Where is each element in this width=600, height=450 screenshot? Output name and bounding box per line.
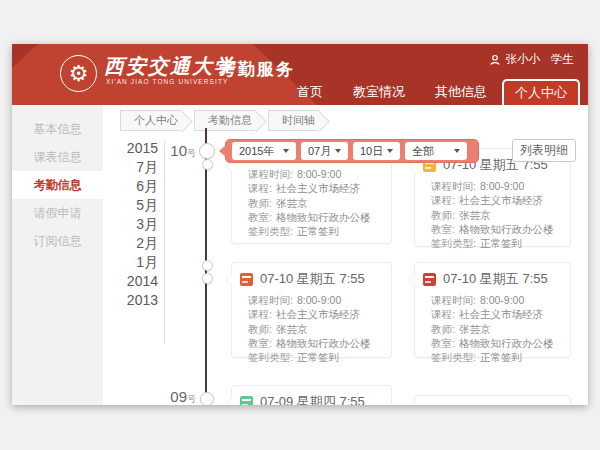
card-field: 课程时间:8:00-9:00 bbox=[431, 179, 562, 193]
field-label: 教师: bbox=[431, 323, 455, 335]
timeline-scale-item[interactable]: 6月 bbox=[116, 177, 158, 196]
attendance-card[interactable]: 07-10 星期五 7:55课程时间:8:00-9:00课程:社会主义市场经济教… bbox=[231, 262, 392, 358]
app-title: 考勤服务 bbox=[219, 58, 295, 81]
type-select[interactable]: 全部 bbox=[405, 142, 467, 160]
attendance-status-icon bbox=[240, 396, 253, 406]
chevron-down-icon bbox=[283, 149, 289, 153]
breadcrumb-item-attendance-info[interactable]: 考勤信息 bbox=[194, 110, 256, 131]
card-fields: 课程时间:8:00-9:00课程:社会主义市场经济教师:张芸京教室:格物致知行政… bbox=[232, 288, 391, 364]
app-window: 西安交通大学 XI'AN JIAO TONG UNIVERSITY 考勤服务 张… bbox=[12, 44, 588, 405]
breadcrumb-item-label: 考勤信息 bbox=[208, 114, 252, 126]
nav-tab-other-info[interactable]: 其他信息 bbox=[424, 79, 498, 105]
month-select[interactable]: 07月 bbox=[301, 142, 348, 160]
day-suffix: 号 bbox=[187, 394, 196, 404]
person-icon bbox=[489, 54, 501, 66]
month-select-value: 07月 bbox=[308, 144, 331, 159]
card-title: 07-10 星期五 7:55 bbox=[415, 263, 570, 288]
card-field: 教师:张芸京 bbox=[248, 196, 383, 210]
card-field: 教师:张芸京 bbox=[248, 322, 383, 336]
attendance-card-partial[interactable]: 07-09 星期四 7:55 bbox=[231, 385, 392, 405]
field-value: 正常签到 bbox=[297, 225, 339, 237]
field-label: 课程: bbox=[248, 308, 272, 320]
nav-tab-personal-center[interactable]: 个人中心 bbox=[502, 79, 580, 105]
timeline-scale-item[interactable]: 7月 bbox=[116, 158, 158, 177]
card-field: 课程时间:8:00-9:00 bbox=[248, 293, 383, 307]
sidebar: 基本信息课表信息考勤信息请假申请订阅信息 bbox=[12, 105, 103, 405]
nav-tab-home[interactable]: 首页 bbox=[286, 79, 334, 105]
field-value: 社会主义市场经济 bbox=[276, 308, 360, 320]
field-value: 8:00-9:00 bbox=[480, 180, 524, 192]
card-title: 07-10 星期五 7:55 bbox=[232, 263, 391, 288]
field-label: 教师: bbox=[431, 209, 455, 221]
card-title-text: 07-09 星期四 7:55 bbox=[260, 393, 365, 405]
app-header: 西安交通大学 XI'AN JIAO TONG UNIVERSITY 考勤服务 张… bbox=[12, 44, 588, 105]
timeline-node bbox=[199, 143, 215, 159]
card-field: 课程:社会主义市场经济 bbox=[248, 181, 383, 195]
timeline-scale-item[interactable]: 5月 bbox=[116, 196, 158, 215]
field-label: 课程: bbox=[248, 182, 272, 194]
field-value: 正常签到 bbox=[480, 237, 522, 249]
field-label: 教室: bbox=[248, 211, 272, 223]
breadcrumb-item-personal-center[interactable]: 个人中心 bbox=[120, 110, 182, 131]
timeline-node bbox=[202, 260, 213, 271]
day-select-value: 10日 bbox=[360, 144, 383, 159]
card-field: 签到类型:正常签到 bbox=[431, 236, 562, 250]
breadcrumb-item-label: 时间轴 bbox=[282, 114, 315, 126]
card-field: 签到类型:正常签到 bbox=[248, 224, 383, 238]
list-detail-button[interactable]: 列表明细 bbox=[512, 139, 576, 162]
attendance-card[interactable]: 07-10 星期五 7:55课程时间:8:00-9:00课程:社会主义市场经济教… bbox=[414, 262, 571, 358]
university-logo gear-emblem-icon bbox=[60, 55, 97, 92]
user-role: 学生 bbox=[551, 52, 574, 67]
sidebar-item-subscription-info[interactable]: 订阅信息 bbox=[12, 227, 103, 255]
card-field: 课程:社会主义市场经济 bbox=[431, 193, 562, 207]
sidebar-item-leave-request[interactable]: 请假申请 bbox=[12, 199, 103, 227]
card-field: 教室:格物致知行政办公楼 bbox=[248, 210, 383, 224]
field-value: 张芸京 bbox=[276, 323, 308, 335]
sidebar-item-attendance-info[interactable]: 考勤信息 bbox=[12, 171, 103, 199]
card-field: 教室:格物致知行政办公楼 bbox=[248, 336, 383, 350]
card-field: 课程时间:8:00-9:00 bbox=[431, 293, 562, 307]
card-field: 课程:社会主义市场经济 bbox=[248, 307, 383, 321]
chevron-down-icon bbox=[454, 149, 460, 153]
timeline-scale-item[interactable]: 2013 bbox=[116, 291, 158, 310]
timeline-scale-item[interactable]: 1月 bbox=[116, 253, 158, 272]
timeline-scale-item[interactable]: 2014 bbox=[116, 272, 158, 291]
attendance-status-icon bbox=[240, 273, 253, 286]
chevron-down-icon bbox=[335, 149, 341, 153]
day-number: 10 bbox=[170, 142, 187, 159]
field-label: 课程时间: bbox=[248, 168, 293, 180]
user-name: 张小小 bbox=[506, 52, 541, 67]
breadcrumb-item-timeline[interactable]: 时间轴 bbox=[268, 110, 319, 131]
nav-tab-classroom-status[interactable]: 教室情况 bbox=[342, 79, 416, 105]
university-name-cn: 西安交通大学 bbox=[104, 53, 236, 80]
field-value: 张芸京 bbox=[459, 209, 491, 221]
field-value: 正常签到 bbox=[297, 351, 339, 363]
field-label: 签到类型: bbox=[431, 237, 476, 249]
year-select-value: 2015年 bbox=[239, 144, 274, 159]
day-select[interactable]: 10日 bbox=[353, 142, 400, 160]
card-field: 教室:格物致知行政办公楼 bbox=[431, 222, 562, 236]
field-value: 格物致知行政办公楼 bbox=[459, 223, 554, 235]
sidebar-item-schedule-info[interactable]: 课表信息 bbox=[12, 143, 103, 171]
field-label: 签到类型: bbox=[431, 351, 476, 363]
year-select[interactable]: 2015年 bbox=[232, 142, 296, 160]
card-field: 教师:张芸京 bbox=[431, 322, 562, 336]
attendance-card-shell[interactable] bbox=[414, 395, 571, 405]
field-value: 8:00-9:00 bbox=[297, 168, 341, 180]
timeline-scale-item[interactable]: 2月 bbox=[116, 234, 158, 253]
chevron-down-icon bbox=[387, 149, 393, 153]
card-field: 教室:格物致知行政办公楼 bbox=[431, 336, 562, 350]
field-label: 课程时间: bbox=[248, 294, 293, 306]
card-field: 教师:张芸京 bbox=[431, 208, 562, 222]
university-name-en: XI'AN JIAO TONG UNIVERSITY bbox=[106, 78, 228, 85]
field-label: 教室: bbox=[431, 337, 455, 349]
timeline-scale-item[interactable]: 3月 bbox=[116, 215, 158, 234]
attendance-status-icon bbox=[423, 273, 436, 286]
user-info[interactable]: 张小小 学生 bbox=[489, 52, 575, 67]
field-value: 张芸京 bbox=[276, 197, 308, 209]
timeline-day-label: 09号 bbox=[150, 388, 196, 405]
field-value: 社会主义市场经济 bbox=[459, 194, 543, 206]
field-value: 社会主义市场经济 bbox=[459, 308, 543, 320]
sidebar-item-basic-info[interactable]: 基本信息 bbox=[12, 115, 103, 143]
card-title: 07-09 星期四 7:55 bbox=[232, 386, 391, 405]
